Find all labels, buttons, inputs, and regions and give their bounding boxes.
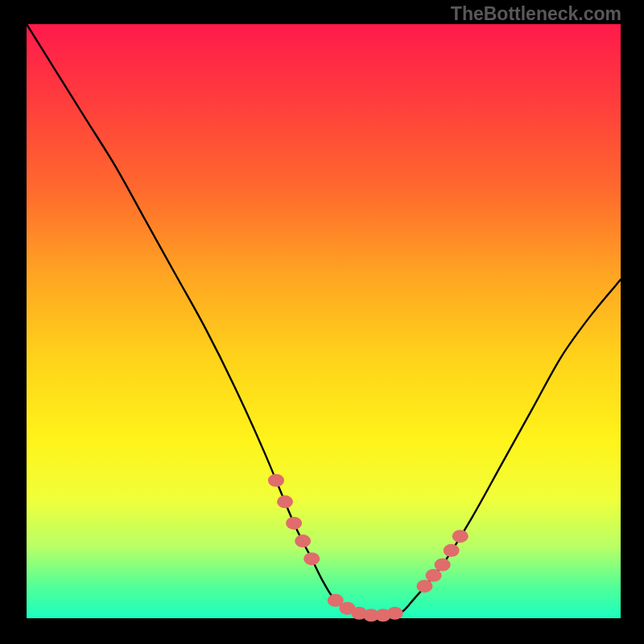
curve-marker: [426, 569, 442, 582]
curve-marker: [303, 552, 320, 565]
chart-stage: TheBottleneck.com: [0, 0, 644, 644]
curve-marker: [435, 559, 451, 572]
curve-marker: [416, 580, 432, 592]
curve-marker: [286, 517, 302, 530]
curve-marker: [387, 607, 403, 620]
curve-marker: [277, 495, 293, 508]
curve-marker: [295, 535, 311, 547]
watermark-text: TheBottleneck.com: [451, 3, 621, 25]
curve-marker: [444, 544, 460, 557]
bottleneck-curve: [0, 0, 644, 644]
marker-group: [268, 474, 469, 622]
curve-marker: [268, 474, 284, 487]
curve-marker: [452, 530, 469, 543]
curve-path: [27, 24, 621, 616]
